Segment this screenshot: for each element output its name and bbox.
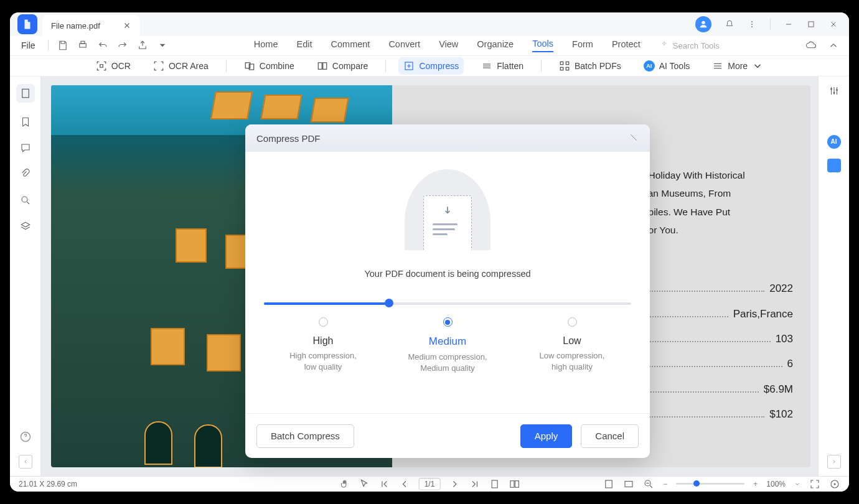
dialog-footer: Batch Compress Apply Cancel	[245, 413, 650, 458]
cancel-button[interactable]: Cancel	[581, 424, 639, 448]
dialog-body: Your PDF document is being compressed Hi…	[245, 152, 650, 413]
prev-page-icon[interactable]	[399, 478, 410, 490]
sidebar-thumbnails-icon[interactable]	[16, 84, 35, 103]
tool-ocr-area[interactable]: OCR Area	[148, 57, 214, 75]
batch-compress-button[interactable]: Batch Compress	[256, 424, 354, 448]
compression-slider[interactable]	[264, 302, 631, 305]
dropdown-icon[interactable]	[157, 40, 168, 51]
cloud-icon[interactable]	[805, 40, 817, 51]
svg-point-0	[702, 21, 705, 24]
zoom-level: 100%	[766, 480, 786, 488]
compression-options: High High compression, low quality Mediu…	[264, 317, 631, 374]
compress-pdf-dialog: Compress PDF Your PDF document is being …	[245, 124, 650, 458]
tool-flatten[interactable]: Flatten	[476, 57, 528, 75]
menu-edit[interactable]: Edit	[297, 39, 312, 52]
apply-button[interactable]: Apply	[520, 424, 573, 448]
menu-form[interactable]: Form	[572, 39, 593, 52]
fullscreen-icon[interactable]	[809, 478, 820, 490]
view-single-icon[interactable]	[489, 478, 500, 490]
tool-batch-pdfs[interactable]: Batch PDFs	[554, 57, 626, 75]
last-page-icon[interactable]	[469, 478, 480, 490]
tool-ocr[interactable]: OCR	[91, 57, 136, 75]
svg-rect-13	[566, 62, 569, 65]
dialog-close-icon[interactable]	[629, 133, 639, 144]
redo-icon[interactable]	[117, 40, 128, 51]
next-page-icon[interactable]	[449, 478, 460, 490]
tool-combine[interactable]: Combine	[239, 57, 299, 75]
svg-point-21	[836, 89, 838, 91]
hand-tool-icon[interactable]	[339, 478, 350, 490]
print-icon[interactable]	[77, 40, 88, 51]
sidebar-search-icon[interactable]	[19, 194, 32, 207]
save-icon[interactable]	[57, 40, 68, 51]
slider-thumb[interactable]	[385, 299, 393, 307]
sidebar-attachment-icon[interactable]	[19, 167, 32, 181]
kebab-menu-icon[interactable]	[748, 20, 756, 29]
sidebar-comment-icon[interactable]	[19, 141, 32, 155]
page-number-input[interactable]: 1/1	[419, 478, 441, 490]
menu-protect[interactable]: Protect	[612, 39, 641, 52]
menu-convert[interactable]: Convert	[388, 39, 420, 52]
select-tool-icon[interactable]	[359, 478, 370, 490]
right-sidebar-collapse-icon[interactable]	[827, 455, 841, 469]
compress-status-text: Your PDF document is being compressed	[364, 269, 530, 279]
sidebar-translate-icon[interactable]	[827, 159, 841, 172]
tab-close-icon[interactable]	[123, 21, 131, 30]
tab-filename: File name.pdf	[51, 21, 100, 30]
share-icon[interactable]	[137, 40, 148, 51]
menu-tools[interactable]: Tools	[532, 39, 553, 52]
ocr-area-icon	[153, 60, 164, 72]
svg-point-29	[834, 483, 836, 485]
menu-view[interactable]: View	[439, 39, 458, 52]
radio-medium[interactable]	[443, 317, 453, 327]
zoom-dropdown-icon[interactable]	[794, 481, 800, 487]
search-tools[interactable]: Search Tools	[659, 40, 720, 50]
window-close-icon[interactable]	[829, 20, 838, 29]
fit-page-icon[interactable]	[623, 478, 634, 490]
read-mode-icon[interactable]	[829, 478, 840, 490]
option-high[interactable]: High High compression, low quality	[270, 317, 376, 374]
zoom-slider-thumb[interactable]	[693, 480, 700, 487]
option-medium[interactable]: Medium Medium compression, Medium qualit…	[395, 317, 500, 374]
menu-comment[interactable]: Comment	[331, 39, 370, 52]
tools-toolbar: OCR OCR Area Combine Compare Compress Fl…	[10, 56, 849, 77]
fact-row: Paris,France	[635, 304, 793, 324]
menu-organize[interactable]: Organize	[477, 39, 514, 52]
zoom-slider[interactable]	[676, 483, 744, 485]
tool-compress[interactable]: Compress	[398, 57, 464, 75]
sidebar-ai-icon[interactable]: AI	[827, 135, 841, 149]
document-tab[interactable]: File name.pdf	[42, 15, 140, 36]
file-menu[interactable]: File	[17, 38, 39, 53]
radio-high[interactable]	[319, 317, 328, 327]
window-minimize-icon[interactable]	[784, 20, 793, 29]
notification-icon[interactable]	[725, 20, 734, 29]
radio-low[interactable]	[568, 317, 577, 327]
tool-more[interactable]: More	[707, 57, 768, 75]
statusbar: 21.01 X 29.69 cm 1/1 − + 100%	[10, 476, 849, 492]
more-icon	[712, 60, 723, 72]
ai-icon: AI	[644, 60, 655, 72]
zoom-out-icon[interactable]	[643, 478, 654, 490]
user-avatar[interactable]	[695, 16, 711, 32]
window-maximize-icon[interactable]	[807, 20, 815, 29]
tool-ai-tools[interactable]: AI AI Tools	[639, 57, 695, 75]
sidebar-help-icon[interactable]	[19, 430, 32, 444]
tool-compare[interactable]: Compare	[312, 57, 373, 75]
svg-rect-14	[560, 67, 563, 70]
app-logo	[17, 14, 37, 34]
first-page-icon[interactable]	[379, 478, 390, 490]
right-sidebar: AI	[818, 77, 849, 476]
sidebar-collapse-icon[interactable]	[19, 455, 32, 469]
svg-rect-23	[510, 481, 514, 488]
titlebar: File name.pdf	[10, 12, 849, 36]
fit-width-icon[interactable]	[603, 478, 614, 490]
menu-home[interactable]: Home	[254, 39, 278, 52]
sidebar-layers-icon[interactable]	[19, 220, 32, 233]
collapse-icon[interactable]	[828, 40, 839, 51]
sidebar-bookmark-icon[interactable]	[19, 115, 32, 129]
undo-icon[interactable]	[97, 40, 108, 51]
sidebar-properties-icon[interactable]	[827, 84, 841, 98]
svg-rect-12	[560, 62, 563, 65]
option-low[interactable]: Low Low compression, high quality	[519, 317, 625, 374]
view-double-icon[interactable]	[509, 478, 520, 490]
